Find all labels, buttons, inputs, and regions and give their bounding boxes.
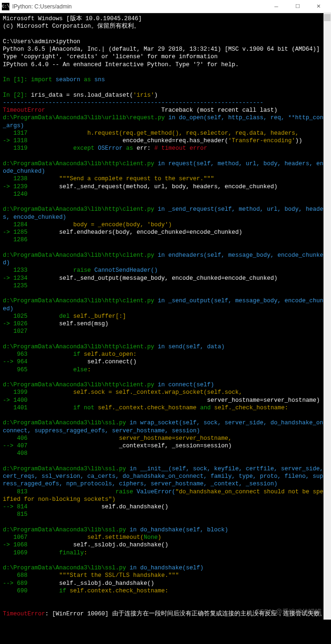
keyword: if bbox=[31, 588, 70, 594]
keyword: raise bbox=[31, 267, 94, 274]
lineno: --> 689 bbox=[3, 580, 28, 587]
window-title: IPython: C:Users/admin bbox=[12, 3, 266, 10]
prompt-command: ipython bbox=[56, 38, 81, 45]
console-icon: C:\ bbox=[2, 3, 9, 10]
code-line: _context=self, _session=session) bbox=[31, 443, 232, 449]
code-line: self.do_handshake() bbox=[31, 504, 169, 510]
keyword: finally bbox=[31, 550, 84, 556]
error-name: TimeoutError bbox=[3, 107, 45, 114]
kw-as: as bbox=[84, 77, 91, 83]
frame-path: d:\ProgramData\Anaconda3\lib\ssl.py bbox=[3, 420, 126, 426]
lineno: -> 1239 bbox=[3, 184, 28, 190]
lineno: 1027 bbox=[3, 328, 28, 335]
lineno: -> 1318 bbox=[3, 138, 28, 144]
code-line: self._send_request(method, url, body, he… bbox=[31, 184, 277, 190]
code-tail: ) bbox=[158, 534, 162, 541]
alias-sns: sns bbox=[91, 77, 105, 83]
lineno: 408 bbox=[3, 450, 28, 457]
scrollbar-thumb[interactable] bbox=[324, 14, 331, 21]
lineno: 1240 bbox=[3, 191, 28, 198]
code-tail: ) bbox=[169, 222, 172, 228]
var: err: bbox=[137, 145, 154, 152]
code-line: body = _encode(body, bbox=[31, 222, 147, 228]
keyword: if not bbox=[31, 405, 98, 411]
code-in2b: ) bbox=[154, 92, 158, 99]
lineno: 1286 bbox=[3, 237, 28, 243]
frame-path: d:\ProgramData\Anaconda3\lib\http\client… bbox=[3, 382, 154, 388]
frame-in: in bbox=[154, 206, 169, 213]
code-line: h.request(req.get_method(), req.selector… bbox=[31, 130, 299, 137]
code-line: self.connect() bbox=[31, 359, 137, 365]
frame-path: d:\ProgramData\Anaconda3\lib\http\client… bbox=[3, 206, 154, 213]
keyword: None bbox=[144, 534, 158, 541]
keyword: raise bbox=[31, 489, 137, 495]
in-prompt-2: In [2]: bbox=[3, 92, 31, 99]
lineno: 1284 bbox=[3, 222, 28, 228]
lineno: 1238 bbox=[3, 176, 28, 182]
code-line: self._sslobj.do_handshake() bbox=[31, 580, 154, 587]
lineno: 688 bbox=[3, 572, 28, 579]
lineno: -> 1400 bbox=[3, 397, 28, 404]
lineno: 1319 bbox=[3, 145, 28, 152]
frame-in: in bbox=[126, 527, 140, 533]
lineno: --> 964 bbox=[3, 359, 28, 365]
lineno: 813 bbox=[3, 489, 28, 495]
code-line: self._sslobj.do_handshake() bbox=[31, 542, 169, 548]
mod-seaborn: seaborn bbox=[52, 77, 84, 83]
lineno: 963 bbox=[3, 351, 28, 358]
frame-in: in bbox=[154, 252, 169, 259]
python-banner-2: Type 'copyright', 'credits' or 'license'… bbox=[3, 54, 218, 60]
lineno: 1233 bbox=[3, 267, 28, 274]
frame-path: d:\ProgramData\Anaconda3\lib\http\client… bbox=[3, 344, 154, 350]
frame-in: in bbox=[154, 161, 169, 167]
lineno: --> 814 bbox=[3, 504, 28, 510]
kw-import: import bbox=[31, 77, 52, 83]
code-line: server_hostname=server_hostname) bbox=[31, 397, 320, 404]
frame-func: connect(self) bbox=[169, 382, 215, 388]
lineno: 1069 bbox=[3, 550, 28, 556]
python-banner-1: Python 3.6.5 |Anaconda, Inc.| (default, … bbox=[3, 46, 320, 53]
str-iris: 'iris' bbox=[133, 92, 154, 99]
console-output[interactable]: Microsoft Windows [版本 10.0.19045.2846] (… bbox=[0, 13, 331, 620]
frame-path: d:\ProgramData\Anaconda3\lib\http\client… bbox=[3, 298, 154, 304]
code-line: self._send_output(message_body, encode_c… bbox=[31, 275, 277, 282]
watermark: CSDN @爱编程的喵喵 bbox=[255, 607, 322, 616]
lineno: -> 1068 bbox=[3, 542, 28, 548]
keyword: else bbox=[31, 367, 87, 373]
close-button[interactable]: ✕ bbox=[308, 0, 329, 13]
keyword: as bbox=[126, 145, 137, 152]
frame-path: d:\ProgramData\Anaconda3\lib\ssl.py bbox=[3, 565, 126, 571]
frame-path: d:\ProgramData\Anaconda3\lib\http\client… bbox=[3, 252, 154, 259]
lineno: 1235 bbox=[3, 283, 28, 289]
maximize-button[interactable]: ☐ bbox=[287, 0, 308, 13]
code-line: self.settimeout( bbox=[31, 534, 144, 541]
copyright: (c) Microsoft Corporation。保留所有权利。 bbox=[3, 23, 140, 30]
lineno: 1317 bbox=[3, 130, 28, 137]
frame-path: d:\ProgramData\Anaconda3\lib\urllib\requ… bbox=[3, 115, 165, 121]
lineno: -> 1234 bbox=[3, 275, 28, 282]
os-version: Microsoft Windows [版本 10.0.19045.2846] bbox=[3, 15, 142, 22]
class-name: ValueError( bbox=[137, 489, 176, 495]
code-line: self.auto_open: bbox=[84, 351, 137, 358]
scrollbar[interactable] bbox=[323, 13, 331, 620]
code-in2a: iris_data = sns.load_dataset( bbox=[31, 92, 133, 99]
docstring: """Send a complete request to the server… bbox=[31, 176, 214, 182]
string-literal: 'Transfer-encoding' bbox=[228, 138, 295, 144]
lineno: 406 bbox=[3, 435, 28, 442]
frame-in: in bbox=[154, 382, 169, 388]
lineno: -> 1026 bbox=[3, 321, 28, 327]
frame-func: do_handshake(self) bbox=[140, 565, 204, 571]
code-tail: self._check_hostname: bbox=[214, 405, 288, 411]
minimize-button[interactable]: ─ bbox=[266, 0, 287, 13]
frame-path: d:\ProgramData\Anaconda3\lib\ssl.py bbox=[3, 466, 126, 472]
frame-in: in bbox=[126, 466, 140, 472]
string-literal: 'body' bbox=[147, 222, 169, 228]
code-line: self._context.check_hostname bbox=[98, 405, 200, 411]
frame-in: in bbox=[154, 344, 169, 350]
code-tail: )) bbox=[295, 138, 302, 144]
frame-in: in bbox=[126, 565, 140, 571]
frame-in: in bbox=[154, 298, 169, 304]
prompt-path: C:\Users\admin> bbox=[3, 38, 56, 45]
frame-func: send(self, data) bbox=[169, 344, 225, 350]
code-line: self.sock = self._context.wrap_socket(se… bbox=[31, 389, 242, 396]
